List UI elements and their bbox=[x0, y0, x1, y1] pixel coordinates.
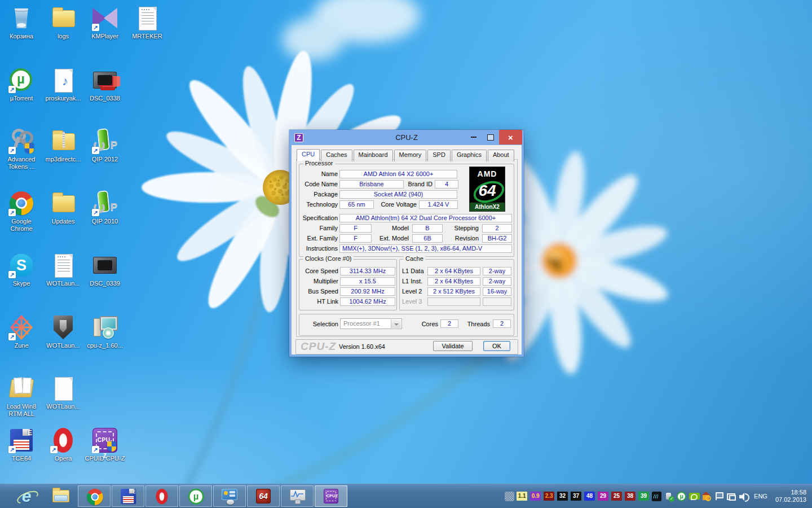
icon-label: proskuryak... bbox=[42, 95, 85, 102]
tab-mainboard[interactable]: Mainboard bbox=[354, 150, 393, 161]
desktop-icon-qip2010[interactable]: P ↗ QIP 2010 bbox=[83, 190, 126, 225]
amd-athlon-logo: AMD 64 AthlonX2 bbox=[469, 167, 505, 212]
close-button[interactable]: × bbox=[499, 130, 522, 144]
taskbar-cpu-z[interactable]: CPUZ bbox=[315, 485, 347, 507]
validate-button[interactable]: Validate bbox=[433, 341, 473, 351]
desktop-icon-cpuz-installer[interactable]: cpu-z_1.60... bbox=[83, 314, 126, 349]
ext-family-label: Ext. Family bbox=[292, 234, 338, 243]
text-document-icon bbox=[55, 254, 73, 278]
sensor-badge[interactable]: 39 bbox=[638, 492, 649, 501]
photo-icon bbox=[93, 257, 117, 274]
safely-remove-usb-icon[interactable]: ✓ bbox=[664, 492, 674, 501]
minimize-button[interactable] bbox=[465, 130, 482, 144]
sensor-badge[interactable]: 0.9 bbox=[530, 492, 541, 501]
action-center-flag-icon[interactable] bbox=[714, 492, 723, 501]
taskbar-utorrent[interactable]: µ bbox=[179, 485, 212, 507]
taskbar-chrome[interactable] bbox=[78, 485, 111, 507]
desktop-icon-wotlaun-doc[interactable]: WOTLaun... bbox=[42, 252, 85, 287]
music-document-icon: ♪ bbox=[55, 69, 73, 93]
tab-cpu[interactable]: CPU bbox=[297, 149, 320, 161]
monitor-graph-tray-icon[interactable] bbox=[652, 492, 661, 501]
icon-label: Opera bbox=[42, 455, 85, 462]
language-indicator[interactable]: ENG bbox=[751, 493, 770, 500]
ht-link-field: 1004.62 MHz bbox=[340, 297, 395, 306]
sensor-badge[interactable]: 1.1 bbox=[517, 492, 527, 501]
show-hidden-icons-button[interactable] bbox=[505, 492, 514, 501]
core-voltage-label: Core Voltage bbox=[374, 200, 417, 209]
tab-memory[interactable]: Memory bbox=[394, 150, 427, 161]
cores-field: 2 bbox=[440, 319, 458, 328]
desktop-icon-dsc0339[interactable]: DSC_0339 bbox=[83, 252, 126, 287]
package-label: Package bbox=[292, 190, 338, 199]
package-field: Socket AM2 (940) bbox=[339, 190, 457, 199]
tab-spd[interactable]: SPD bbox=[427, 150, 451, 161]
desktop-icon-utorrent[interactable]: µ ↗ µTorrent bbox=[0, 67, 43, 102]
utorrent-tray-icon[interactable]: µ bbox=[677, 492, 686, 501]
uac-shield-icon bbox=[107, 441, 116, 452]
desktop-icon-proskuryak[interactable]: ♪ proskuryak... bbox=[42, 67, 85, 102]
sensor-badge[interactable]: 37 bbox=[571, 492, 581, 501]
core-speed-label: Core Speed bbox=[295, 267, 338, 275]
ok-button[interactable]: OK bbox=[483, 341, 510, 351]
desktop-icon-recycle-bin[interactable]: Корзина bbox=[0, 5, 43, 40]
taskbar-internet-explorer[interactable]: e bbox=[10, 485, 43, 507]
desktop-icon-dsc0338[interactable]: DSC_0338 bbox=[83, 67, 126, 102]
desktop-icon-load-win8[interactable]: Load Win8 RTM ALL bbox=[0, 375, 43, 418]
opera-icon bbox=[156, 489, 167, 504]
taskbar-file-explorer[interactable] bbox=[44, 485, 77, 507]
desktop-icon-opera[interactable]: ↗ Opera bbox=[42, 427, 85, 462]
desktop-icon-logs[interactable]: logs bbox=[42, 5, 85, 40]
sensor-badge[interactable]: 32 bbox=[557, 492, 568, 501]
l1-data-assoc-field: 2-way bbox=[483, 267, 511, 275]
taskbar-opera[interactable] bbox=[145, 485, 178, 507]
level3-assoc-field bbox=[483, 297, 511, 306]
title-bar[interactable]: Z CPU-Z × bbox=[289, 130, 524, 145]
photo-icon bbox=[93, 72, 117, 89]
network-icon[interactable] bbox=[726, 492, 736, 501]
volume-icon[interactable] bbox=[739, 492, 748, 501]
desktop-icon-advanced-tokens[interactable]: ↗ Advanced Tokens ... bbox=[0, 128, 43, 170]
sensor-badge[interactable]: 48 bbox=[584, 492, 595, 501]
desktop-icon-updates[interactable]: Updates bbox=[42, 190, 85, 225]
tab-caches[interactable]: Caches bbox=[321, 150, 352, 161]
nvidia-tray-icon[interactable] bbox=[689, 492, 699, 501]
brand-id-field: 4 bbox=[435, 180, 458, 189]
sensor-badge[interactable]: 25 bbox=[611, 492, 622, 501]
taskbar-aida64[interactable]: 64 bbox=[247, 485, 280, 507]
ext-model-field: 6B bbox=[412, 234, 443, 243]
desktop-icon-skype[interactable]: S ↗ Skype bbox=[0, 252, 43, 287]
desktop-icon-wotlaun-blank[interactable]: WOTLaun... bbox=[42, 375, 85, 410]
chevron-down-icon bbox=[391, 319, 401, 328]
maximize-button[interactable] bbox=[482, 130, 499, 144]
desktop-icon-cpuid-cpuz[interactable]: CPU-Z ↗ CPUID CPU-Z bbox=[83, 427, 126, 462]
desktop-icon-kmplayer[interactable]: ↗ KMPlayer bbox=[83, 5, 126, 40]
desktop-icon-wotlaun-app[interactable]: WOTLaun... bbox=[42, 314, 85, 349]
file-explorer-icon bbox=[52, 490, 69, 502]
desktop-icon-qip2012[interactable]: P ↗ QIP 2012 bbox=[83, 128, 126, 163]
desktop-icon-mp3directcut[interactable]: mp3directc... bbox=[42, 128, 85, 163]
shortcut-arrow-icon: ↗ bbox=[50, 446, 58, 453]
processor-select-value: Processor #1 bbox=[343, 320, 380, 327]
sensor-badge[interactable]: 29 bbox=[598, 492, 608, 501]
icon-label: Advanced Tokens ... bbox=[0, 156, 43, 170]
desktop-icon-chrome[interactable]: ↗ Google Chrome bbox=[0, 190, 43, 233]
sensor-badge[interactable]: 38 bbox=[625, 492, 636, 501]
desktop-icon-zune[interactable]: ↗ Zune bbox=[0, 314, 43, 349]
tab-about[interactable]: About bbox=[488, 150, 514, 161]
clock[interactable]: 18:58 07.02.2013 bbox=[773, 489, 806, 503]
tab-graphics[interactable]: Graphics bbox=[452, 150, 487, 161]
multiplier-label: Multiplier bbox=[295, 277, 338, 286]
processor-select[interactable]: Processor #1 bbox=[340, 318, 402, 329]
icon-label: µTorrent bbox=[0, 95, 43, 102]
taskbar-hardware-monitor[interactable] bbox=[281, 485, 314, 507]
music-note-icon: ♪ bbox=[62, 74, 68, 89]
taskbar-tce64[interactable]: E bbox=[112, 485, 144, 507]
desktop-icon-mrteker[interactable]: MRTEKER bbox=[126, 5, 169, 40]
security-tray-icon[interactable] bbox=[701, 492, 711, 501]
desktop-icon-tce64[interactable]: E ↗ TCE64 bbox=[0, 427, 43, 462]
installer-icon bbox=[91, 314, 118, 341]
name-field: AMD Athlon 64 X2 6000+ bbox=[339, 170, 457, 178]
sensor-badge[interactable]: 2.3 bbox=[544, 492, 554, 501]
taskbar-system-utility[interactable] bbox=[213, 485, 246, 507]
shortcut-arrow-icon: ↗ bbox=[8, 147, 16, 154]
